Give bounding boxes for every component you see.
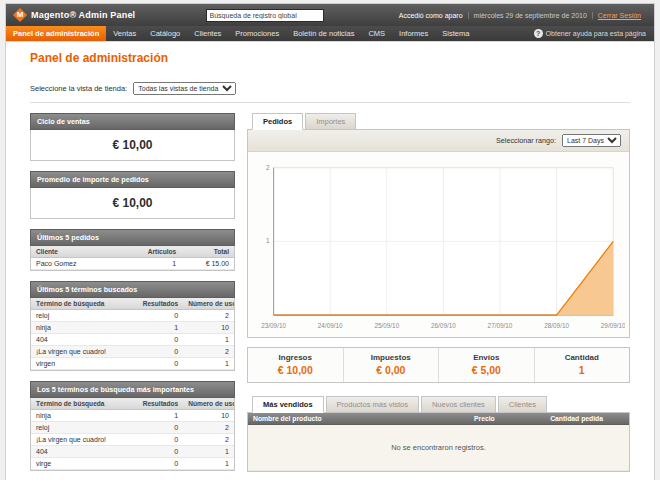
main-nav: Panel de administraciónVentasCatálogoCli… [6,26,654,42]
column-header: Término de búsqueda [31,398,137,410]
current-date: miércoles 29 de septiembre de 2010 [469,12,593,19]
table-row: ¡La virgen que cuadro!02 [31,434,234,446]
table-row: virgen01 [31,358,234,370]
table-cell: virgen [31,358,137,370]
orders-chart-card: Seleccionar rango: Last 7 Days 23/09/102… [247,130,630,338]
table-cell: ninja [31,410,137,422]
total-impuestos: Impuestos€ 0,00 [343,348,439,382]
tab-nuevos-clientes[interactable]: Nuevos clientes [421,396,496,412]
total-label: Ingresos [248,353,343,362]
table-row: ninja110 [31,322,234,334]
table-row: 40401 [31,446,234,458]
table-cell: € 15.00 [181,258,234,270]
panel-title: Últimos 5 pedidos [30,229,235,246]
average-orders-value: € 10,00 [31,188,234,218]
table-cell: virge [31,458,137,470]
total-label: Cantidad [535,353,630,362]
panel-title: Los 5 términos de búsqueda más important… [30,381,235,398]
nav-item-panel-de-administración[interactable]: Panel de administración [6,26,106,41]
total-label: Impuestos [344,353,439,362]
table-cell: 0 [137,334,184,346]
total-cantidad: Cantidad1 [534,348,630,382]
header-bar: M Magento® Admin Panel Accedió como apar… [6,4,654,26]
bottom-tabs: Más vendidosProductos más vistosNuevos c… [247,396,630,413]
table-cell: 404 [31,446,137,458]
total-value: € 0,00 [344,364,439,376]
table-cell: 1 [183,446,234,458]
products-card: Nombre del productoPrecioCantidad pedida… [247,413,630,472]
table-cell: 2 [183,310,234,322]
table-cell: 1 [183,334,234,346]
table-cell: ¡La virgen que cuadro! [31,346,137,358]
tab-más-vendidos[interactable]: Más vendidos [252,396,324,413]
page-help-link[interactable]: ? Obtener ayuda para esta página [534,26,654,41]
table-cell: 1 [137,410,184,422]
svg-text:29/09/10: 29/09/10 [601,322,625,329]
range-label: Seleccionar rango: [496,136,556,145]
svg-text:1: 1 [266,237,270,244]
nav-item-promociones[interactable]: Promociones [228,26,286,41]
table-cell: Paco Gomez [31,258,133,270]
column-header: Artículos [133,246,182,258]
column-header: Resultados [137,298,184,310]
global-search-input[interactable] [206,9,324,22]
lifetime-sales-panel: Ciclo de ventas € 10,00 [30,113,235,161]
average-orders-panel: Promedio de importe de pedidos € 10,00 [30,171,235,219]
table-cell: 0 [137,358,184,370]
last-orders-table: ClienteArtículosTotalPaco Gomez1€ 15.00 [31,246,234,270]
content-area: Panel de administración Seleccione la vi… [6,42,654,480]
tab-pedidos[interactable]: Pedidos [252,113,303,130]
table-row: reloj02 [31,310,234,322]
global-search [206,9,324,22]
magento-logo: M Magento® Admin Panel [14,9,135,21]
range-select[interactable]: Last 7 Days [562,134,621,147]
tab-clientes[interactable]: Clientes [498,396,547,412]
table-cell: 10 [183,410,234,422]
total-value: 1 [535,364,630,376]
page-title: Panel de administración [30,51,630,65]
help-icon: ? [534,29,543,38]
table-cell: ¡La virgen que cuadro! [31,434,137,446]
help-label: Obtener ayuda para esta página [546,30,646,37]
empty-row: No se encontraron registros. [248,424,629,470]
store-view-select[interactable]: Todas las vistas de tienda [133,82,236,95]
table-cell: 0 [137,310,184,322]
nav-item-cms[interactable]: CMS [361,26,392,41]
tab-importes[interactable]: Importes [305,113,356,129]
svg-text:23/09/10: 23/09/10 [261,322,286,329]
last-search-terms-panel: Últimos 5 términos buscados Término de b… [30,281,235,371]
table-cell: ninja [31,322,137,334]
table-header-row: ClienteArtículosTotal [31,246,234,258]
column-header: Término de búsqueda [31,298,137,310]
table-row: ¡La virgen que cuadro!02 [31,346,234,358]
logo-letter: M [14,10,26,19]
total-ingresos: Ingresos€ 10,00 [248,348,343,382]
orders-chart-mount: 23/09/1024/09/1025/09/1026/09/1027/09/10… [248,152,629,337]
left-column: Ciclo de ventas € 10,00 Promedio de impo… [30,113,235,480]
table-cell: 0 [137,422,184,434]
main-nav-items: Panel de administraciónVentasCatálogoCli… [6,26,476,41]
logout-link[interactable]: Cerrar Sesión [593,12,646,19]
table-cell: 1 [137,322,184,334]
nav-item-boletín-de-noticias[interactable]: Boletín de noticias [286,26,361,41]
top-search-table: Término de búsquedaResultadosNúmero de u… [31,398,234,470]
column-header: Número de usos [183,298,234,310]
nav-item-catálogo[interactable]: Catálogo [143,26,187,41]
last-search-table: Término de búsquedaResultadosNúmero de u… [31,298,234,370]
nav-item-ventas[interactable]: Ventas [106,26,143,41]
tab-productos-más-vistos[interactable]: Productos más vistos [326,396,419,412]
dashboard-columns: Ciclo de ventas € 10,00 Promedio de impo… [30,113,630,480]
total-value: € 5,00 [439,364,534,376]
table-cell: 2 [183,346,234,358]
nav-item-informes[interactable]: Informes [392,26,435,41]
column-header: Resultados [137,398,184,410]
magento-logo-icon: M [14,9,26,21]
orders-chart: 23/09/1024/09/1025/09/1026/09/1027/09/10… [252,158,625,335]
nav-item-clientes[interactable]: Clientes [187,26,228,41]
table-row: 40401 [31,334,234,346]
table-cell: 0 [137,446,184,458]
total-value: € 10,00 [248,364,343,376]
column-header: Cliente [31,246,133,258]
nav-item-sistema[interactable]: Sistema [435,26,476,41]
svg-text:2: 2 [266,164,270,171]
